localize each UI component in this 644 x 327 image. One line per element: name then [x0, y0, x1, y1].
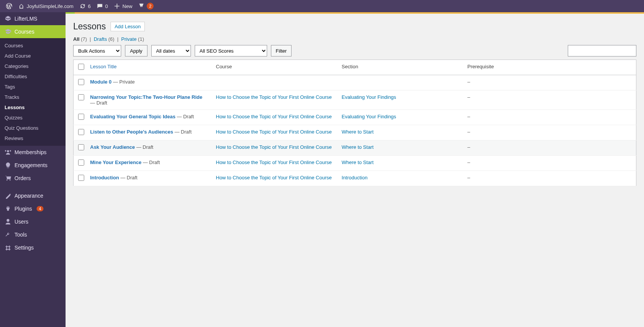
filter-all[interactable]: All — [73, 36, 80, 42]
plugins-icon — [5, 205, 11, 212]
post-state: — Private — [112, 79, 135, 85]
table-row: Ask Your Audience — DraftHow to Choose t… — [74, 140, 636, 156]
filter-drafts[interactable]: Drafts — [94, 36, 107, 42]
admin-bar: JoyfulSimpleLife.com 6 0 New 2 — [0, 0, 644, 12]
menu-label: Orders — [14, 175, 31, 181]
main-content: Lessons Add Lesson All (7) | Drafts (6) … — [66, 12, 644, 327]
new-label: New — [122, 3, 132, 9]
course-link[interactable]: How to Choose the Topic of Your First On… — [216, 175, 332, 180]
post-state: — Draft — [90, 100, 107, 106]
submenu-item[interactable]: Courses — [0, 40, 66, 51]
menu-plugins[interactable]: Plugins4 — [0, 202, 66, 215]
post-state: — Draft — [173, 129, 191, 135]
course-link[interactable]: How to Choose the Topic of Your First On… — [216, 94, 332, 100]
lesson-title-link[interactable]: Evaluating Your General Topic Ideas — [90, 114, 176, 119]
menu-engagements[interactable]: Engagements — [0, 159, 66, 172]
date-filter-select[interactable]: All dates — [151, 45, 191, 56]
comments-link[interactable]: 0 — [94, 0, 111, 12]
post-state: — Draft — [119, 175, 137, 180]
prerequisite-cell: – — [464, 171, 636, 186]
yoast-link[interactable]: 2 — [135, 0, 157, 12]
submenu-item[interactable]: Tracks — [0, 92, 66, 102]
add-lesson-button[interactable]: Add Lesson — [111, 22, 145, 31]
menu-tools[interactable]: Tools — [0, 228, 66, 241]
row-checkbox[interactable] — [78, 159, 84, 166]
tools-icon — [5, 231, 11, 238]
seo-filter-select[interactable]: All SEO Scores — [195, 45, 267, 56]
menu-label: Memberships — [14, 149, 46, 155]
filter-private[interactable]: Private — [121, 36, 136, 42]
lesson-title-link[interactable]: Introduction — [90, 175, 119, 180]
submenu-item[interactable]: Reviews — [0, 133, 66, 143]
submenu-item[interactable]: Quizzes — [0, 113, 66, 123]
search-input[interactable] — [568, 45, 636, 56]
lifterlms-header: LifterLMS — [0, 12, 66, 25]
comments-count: 0 — [105, 3, 108, 9]
lifterlms-icon — [5, 15, 11, 22]
row-checkbox[interactable] — [78, 94, 84, 100]
section-link[interactable]: Evaluating Your Findings — [342, 94, 396, 100]
prerequisite-cell: – — [464, 156, 636, 171]
post-state: — Draft — [135, 144, 153, 150]
submenu-courses: CoursesAdd CourseCategoriesDifficultiesT… — [0, 38, 66, 146]
menu-orders[interactable]: Orders — [0, 172, 66, 185]
lessons-table: Lesson Title Course Section Prerequisite… — [73, 60, 636, 186]
menu-appearance[interactable]: Appearance — [0, 189, 66, 202]
submenu-item[interactable]: Add Course — [0, 51, 66, 61]
submenu-item[interactable]: Tags — [0, 82, 66, 92]
section-link[interactable]: Where to Start — [342, 144, 374, 150]
menu-settings[interactable]: Settings — [0, 241, 66, 254]
submenu-item[interactable]: Lessons — [0, 102, 66, 113]
settings-icon — [5, 244, 11, 251]
section-link[interactable]: Introduction — [342, 175, 368, 180]
lesson-title-link[interactable]: Mine Your Experience — [90, 159, 142, 165]
menu-label: Tools — [14, 232, 27, 238]
refresh-icon — [80, 3, 86, 9]
lesson-title-link[interactable]: Listen to Other People's Audiences — [90, 129, 173, 135]
section-link[interactable]: Where to Start — [342, 129, 374, 135]
menu-memberships[interactable]: Memberships — [0, 146, 66, 159]
course-link[interactable]: How to Choose the Topic of Your First On… — [216, 114, 332, 119]
filter-button[interactable]: Filter — [271, 45, 292, 56]
row-checkbox[interactable] — [78, 144, 84, 150]
updates-count: 6 — [88, 3, 91, 9]
row-checkbox[interactable] — [78, 114, 84, 120]
select-all-checkbox[interactable] — [78, 64, 84, 70]
row-checkbox[interactable] — [78, 79, 84, 85]
site-title: JoyfulSimpleLife.com — [27, 3, 74, 9]
section-link[interactable]: Where to Start — [342, 159, 374, 165]
updates-link[interactable]: 6 — [77, 0, 94, 12]
section-link[interactable]: Evaluating Your Findings — [342, 114, 396, 119]
tablenav-top: Bulk Actions Apply All dates All SEO Sco… — [73, 45, 636, 56]
users-icon — [5, 218, 11, 225]
site-home-link[interactable]: JoyfulSimpleLife.com — [15, 0, 77, 12]
apply-button[interactable]: Apply — [125, 45, 147, 56]
menu-label: Engagements — [14, 162, 47, 168]
lesson-title-link[interactable]: Narrowing Your Topic:The Two-Hour Plane … — [90, 94, 202, 100]
table-row: Mine Your Experience — DraftHow to Choos… — [74, 156, 636, 171]
course-link[interactable]: How to Choose the Topic of Your First On… — [216, 129, 332, 135]
row-checkbox[interactable] — [78, 175, 84, 181]
submenu-item[interactable]: Difficulties — [0, 71, 66, 82]
submenu-item[interactable]: Categories — [0, 61, 66, 71]
grad-cap-icon — [5, 28, 11, 35]
prerequisite-cell: – — [464, 75, 636, 90]
menu-users[interactable]: Users — [0, 215, 66, 228]
col-header-title[interactable]: Lesson Title — [90, 64, 117, 69]
prerequisite-cell: – — [464, 110, 636, 125]
lesson-title-link[interactable]: Module 0 — [90, 79, 112, 85]
wp-logo[interactable] — [3, 0, 15, 12]
submenu-item[interactable]: Quiz Questions — [0, 123, 66, 133]
course-link[interactable]: How to Choose the Topic of Your First On… — [216, 159, 332, 165]
orders-icon — [5, 175, 11, 182]
menu-label: Settings — [14, 245, 34, 251]
lesson-title-link[interactable]: Ask Your Audience — [90, 144, 135, 150]
plus-icon — [114, 3, 120, 9]
admin-sidebar: LifterLMS Courses CoursesAdd CourseCateg… — [0, 12, 66, 327]
wordpress-icon — [6, 3, 12, 9]
new-content-link[interactable]: New — [111, 0, 135, 12]
bulk-actions-select[interactable]: Bulk Actions — [73, 45, 121, 56]
row-checkbox[interactable] — [78, 129, 84, 135]
menu-courses[interactable]: Courses — [0, 25, 66, 38]
course-link[interactable]: How to Choose the Topic of Your First On… — [216, 144, 332, 150]
